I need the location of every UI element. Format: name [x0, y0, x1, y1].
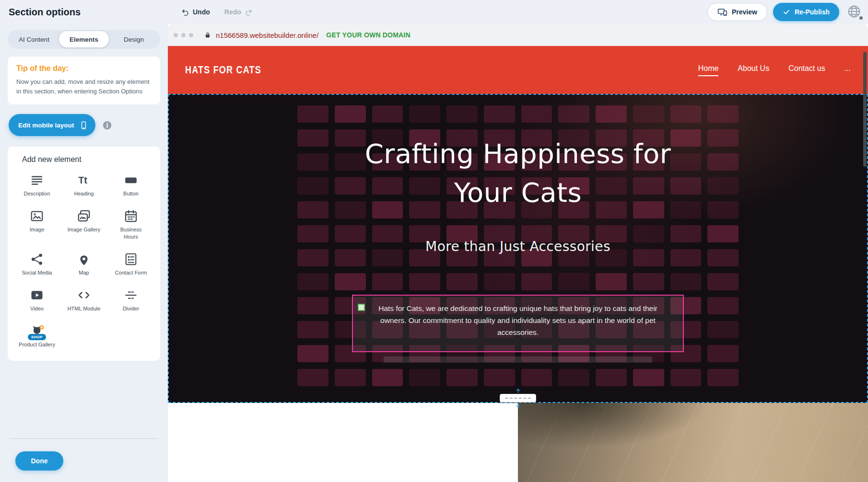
element-tile-contact-form[interactable]: Contact Form: [107, 252, 154, 276]
language-globe-button[interactable]: [845, 3, 863, 21]
nav-item-home[interactable]: Home: [698, 64, 719, 76]
preview-button[interactable]: Preview: [707, 3, 767, 21]
element-tile-business-hours[interactable]: Business Hours: [107, 209, 154, 240]
video-icon: [30, 288, 44, 302]
devices-icon: [717, 7, 727, 17]
topbar: Section options Undo Redo Preview Re-Pub…: [0, 0, 868, 24]
element-tile-label: Contact Form: [115, 269, 147, 276]
page-title: Section options: [0, 7, 169, 18]
map-icon: [77, 252, 91, 266]
republish-label: Re-Publish: [795, 8, 830, 16]
next-section-white-area: [168, 403, 518, 482]
site-preview: HATS FOR CATS HomeAbout UsContact us... …: [168, 46, 868, 482]
next-section[interactable]: [168, 403, 868, 482]
business-hours-icon: [124, 209, 138, 223]
lock-icon: [204, 31, 211, 39]
redo-label: Redo: [224, 8, 241, 16]
element-tile-label: Button: [123, 190, 139, 197]
app-root: Section options Undo Redo Preview Re-Pub…: [0, 0, 868, 482]
done-button[interactable]: Done: [15, 451, 63, 471]
info-icon[interactable]: [102, 120, 112, 130]
resize-pill: [500, 394, 536, 402]
element-tile-html-module[interactable]: HTML Module: [60, 288, 107, 312]
nav-item-more[interactable]: ...: [845, 64, 851, 76]
tip-body: Now you can add, move and resize any ele…: [16, 77, 152, 96]
scrollbar-thumb[interactable]: [863, 52, 867, 167]
nav-item-about-us[interactable]: About Us: [738, 64, 769, 76]
phone-icon: [79, 121, 88, 130]
element-tile-social-media[interactable]: Social Media: [13, 252, 60, 276]
element-tile-label: Video: [30, 305, 44, 312]
description-icon: [30, 173, 44, 187]
hero-paragraph[interactable]: Hats for Cats, we are dedicated to craft…: [365, 303, 670, 338]
contact-form-icon: [124, 252, 138, 266]
hero-title-line1: Crafting Happiness for: [365, 134, 671, 173]
panel-tabs: AI ContentElementsDesign: [8, 30, 160, 49]
window-dot: [174, 33, 178, 37]
undo-button[interactable]: Undo: [181, 8, 210, 16]
element-tile-map[interactable]: Map: [60, 252, 107, 276]
hero-content: Crafting Happiness for Your Cats More th…: [168, 94, 868, 403]
browser-bar: n1566589.websitebuilder.online/ GET YOUR…: [168, 24, 868, 46]
redo-button[interactable]: Redo: [224, 8, 253, 16]
tip-title: Tip of the day:: [16, 64, 152, 73]
element-tile-button[interactable]: Button: [107, 173, 154, 197]
tab-elements[interactable]: Elements: [59, 31, 109, 47]
tab-ai-content[interactable]: AI Content: [9, 31, 59, 47]
svg-text:Tt: Tt: [78, 175, 87, 185]
social-media-icon: [30, 252, 44, 266]
edit-mobile-layout-button[interactable]: Edit mobile layout: [9, 114, 95, 136]
element-tile-label: Image Gallery: [68, 226, 100, 233]
globe-badge: [859, 16, 863, 20]
element-tile-description[interactable]: Description: [13, 173, 60, 197]
site-header[interactable]: HATS FOR CATS HomeAbout UsContact us...: [168, 46, 868, 94]
topbar-actions: Preview Re-Publish: [707, 3, 868, 21]
divider-icon: [124, 288, 138, 302]
undo-icon: [181, 8, 189, 16]
element-grid: DescriptionTtHeadingButtonImageImage Gal…: [13, 173, 154, 348]
element-tile-label: Business Hours: [113, 226, 149, 240]
button-icon: [124, 173, 138, 187]
element-tile-heading[interactable]: TtHeading: [60, 173, 107, 197]
element-tile-video[interactable]: Video: [13, 288, 60, 312]
arrow-down-icon: [515, 402, 521, 409]
section-options-panel: AI ContentElementsDesign Tip of the day:…: [0, 24, 168, 482]
preview-label: Preview: [732, 8, 757, 16]
mobile-layout-row: Edit mobile layout: [8, 114, 160, 136]
site-nav: HomeAbout UsContact us...: [698, 64, 851, 76]
element-resize-handle-green[interactable]: [358, 304, 365, 311]
panel-divider: [10, 438, 158, 439]
panel-spacer: [8, 361, 160, 438]
get-domain-link[interactable]: GET YOUR OWN DOMAIN: [326, 31, 410, 39]
element-tile-label: Product Gallery: [19, 341, 55, 348]
element-tile-label: HTML Module: [68, 305, 101, 312]
tab-design[interactable]: Design: [109, 31, 159, 47]
check-icon: [783, 8, 790, 16]
site-logo[interactable]: HATS FOR CATS: [185, 64, 261, 76]
nav-item-contact-us[interactable]: Contact us: [788, 64, 825, 76]
history-controls: Undo Redo: [181, 8, 253, 16]
arrow-up-icon: [515, 388, 521, 394]
undo-label: Undo: [193, 8, 210, 16]
element-tile-label: Description: [23, 190, 50, 197]
selected-text-element[interactable]: Hats for Cats, we are dedicated to craft…: [352, 295, 684, 352]
element-tile-divider[interactable]: Divider: [107, 288, 154, 312]
element-tile-label: Social Media: [22, 269, 52, 276]
globe-icon: [847, 4, 861, 19]
element-tile-label: Image: [30, 226, 45, 233]
element-tile-image-gallery[interactable]: Image Gallery: [60, 209, 107, 240]
site-url[interactable]: n1566589.websitebuilder.online/: [216, 31, 318, 39]
product-gallery-icon: SHOP: [30, 324, 44, 338]
section-resize-handle[interactable]: [500, 388, 536, 409]
heading-icon: Tt: [77, 173, 91, 187]
window-dot: [189, 33, 193, 37]
hero-subtitle[interactable]: More than Just Accessories: [425, 239, 610, 254]
editor-canvas: n1566589.websitebuilder.online/ GET YOUR…: [168, 24, 868, 482]
element-tile-image[interactable]: Image: [13, 209, 60, 240]
hero-title[interactable]: Crafting Happiness for Your Cats: [365, 134, 671, 212]
image-icon: [30, 209, 44, 223]
redo-icon: [245, 8, 253, 16]
republish-button[interactable]: Re-Publish: [773, 3, 839, 21]
element-tile-product-gallery[interactable]: SHOPProduct Gallery: [13, 324, 60, 348]
hero-section[interactable]: Crafting Happiness for Your Cats More th…: [168, 94, 868, 403]
